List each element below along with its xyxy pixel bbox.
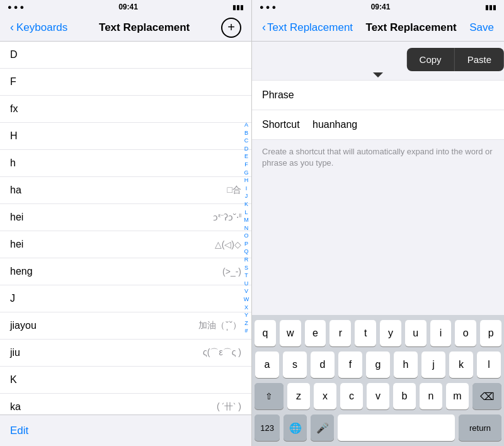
list-item[interactable]: h xyxy=(0,150,251,177)
alpha-letter[interactable]: J xyxy=(245,192,248,200)
key-w[interactable]: w xyxy=(280,320,301,346)
phrase-input[interactable] xyxy=(312,89,494,101)
phrase-label: Phrase xyxy=(262,89,312,101)
key-s[interactable]: s xyxy=(283,352,307,378)
globe-key[interactable]: 🌐 xyxy=(284,415,307,441)
alpha-letter[interactable]: X xyxy=(244,304,248,312)
key-z[interactable]: z xyxy=(287,383,310,409)
alpha-letter[interactable]: D xyxy=(244,145,249,153)
status-icons-left: ▮▮▮ xyxy=(232,4,244,11)
shortcut-row[interactable]: Shortcut xyxy=(252,110,504,139)
save-button[interactable]: Save xyxy=(469,21,494,34)
key-k[interactable]: k xyxy=(449,352,473,378)
alpha-letter[interactable]: F xyxy=(244,161,248,169)
alpha-letter[interactable]: W xyxy=(244,295,249,304)
alpha-letter[interactable]: K xyxy=(244,200,248,209)
list-item[interactable]: hei△(◁)◇ xyxy=(0,231,251,258)
list-item[interactable]: F xyxy=(0,69,251,96)
shortcut-label: Shortcut xyxy=(262,119,312,130)
list-item[interactable]: fx xyxy=(0,96,251,123)
add-button[interactable]: + xyxy=(221,18,241,38)
key-r[interactable]: r xyxy=(329,320,351,346)
list-item[interactable]: jiayou加油（˘̩̩˘） xyxy=(0,312,251,340)
alpha-letter[interactable]: B xyxy=(244,129,248,137)
space-key[interactable] xyxy=(338,415,455,441)
key-p[interactable]: p xyxy=(480,320,501,346)
key-n[interactable]: n xyxy=(420,383,442,409)
list-item[interactable]: D xyxy=(0,42,251,69)
chevron-left-icon: ‹ xyxy=(10,21,14,34)
alpha-letter[interactable]: C xyxy=(244,137,249,145)
shortcut-text: heng xyxy=(10,266,33,277)
keyboard-row-3: ⇧ z x c v b n m ⌫ xyxy=(255,383,501,409)
key-l[interactable]: l xyxy=(477,352,501,378)
back-text-replacement-button[interactable]: ‹ Text Replacement xyxy=(262,21,353,34)
key-b[interactable]: b xyxy=(393,383,416,409)
back-keyboards-button[interactable]: ‹ Keyboards xyxy=(10,21,67,34)
alpha-letter[interactable]: V xyxy=(244,287,248,295)
list-item[interactable]: ka( ˊ卄ˋ ) xyxy=(0,394,251,415)
alpha-letter[interactable]: Q xyxy=(244,248,248,256)
text-replacement-list: DFfxHhha□合heiɔᓫ⁻ʔɔ˘⋅ˡˡhei△(◁)◇heng(>_-)J… xyxy=(0,42,251,415)
key-g[interactable]: g xyxy=(366,352,390,378)
shortcut-text: D xyxy=(10,49,18,60)
shift-key[interactable]: ⇧ xyxy=(255,383,284,409)
key-t[interactable]: t xyxy=(355,320,376,346)
list-item[interactable]: heng(>_-) xyxy=(0,258,251,285)
list-item[interactable]: J xyxy=(0,285,251,312)
alpha-letter[interactable]: O xyxy=(244,232,248,240)
key-q[interactable]: q xyxy=(255,320,276,346)
microphone-key[interactable]: 🎤 xyxy=(311,415,334,441)
list-item[interactable]: H xyxy=(0,123,251,150)
key-c[interactable]: c xyxy=(340,383,363,409)
key-v[interactable]: v xyxy=(367,383,389,409)
alpha-letter[interactable]: T xyxy=(244,272,248,280)
copy-button[interactable]: Copy xyxy=(407,48,455,71)
key-e[interactable]: e xyxy=(305,320,326,346)
shortcut-text: H xyxy=(10,130,18,142)
alpha-letter[interactable]: E xyxy=(244,152,248,161)
alpha-letter[interactable]: P xyxy=(244,240,248,248)
alpha-letter[interactable]: U xyxy=(244,280,249,288)
alpha-letter[interactable]: N xyxy=(244,224,249,232)
key-i[interactable]: i xyxy=(430,320,452,346)
list-item[interactable]: jiuς(⌒ε⌒ς ) xyxy=(0,340,251,367)
shortcut-input[interactable] xyxy=(312,119,494,130)
alpha-letter[interactable]: # xyxy=(244,327,248,335)
delete-key[interactable]: ⌫ xyxy=(472,383,501,409)
key-m[interactable]: m xyxy=(446,383,469,409)
return-key[interactable]: return xyxy=(459,415,501,441)
alpha-letter[interactable]: Y xyxy=(244,311,248,319)
alpha-letter[interactable]: S xyxy=(244,264,248,272)
phrase-row[interactable]: Phrase xyxy=(252,81,504,110)
list-items-container: DFfxHhha□合heiɔᓫ⁻ʔɔ˘⋅ˡˡhei△(◁)◇heng(>_-)J… xyxy=(0,42,251,415)
list-item[interactable]: ha□合 xyxy=(0,177,251,204)
key-x[interactable]: x xyxy=(314,383,336,409)
list-item[interactable]: heiɔᓫ⁻ʔɔ˘⋅ˡˡ xyxy=(0,204,251,231)
phrase-text: ς(⌒ε⌒ς ) xyxy=(203,347,241,358)
key-u[interactable]: u xyxy=(405,320,427,346)
alpha-letter[interactable]: L xyxy=(244,209,248,217)
key-o[interactable]: o xyxy=(455,320,476,346)
list-item[interactable]: K xyxy=(0,367,251,394)
alpha-letter[interactable]: A xyxy=(244,121,248,129)
key-a[interactable]: a xyxy=(255,352,279,378)
alphabet-index[interactable]: ABCDEFGHIJKLMNOPQRSTUVWXYZ# xyxy=(241,42,251,415)
key-f[interactable]: f xyxy=(338,352,362,378)
alpha-letter[interactable]: M xyxy=(244,216,249,224)
alpha-letter[interactable]: G xyxy=(244,169,248,177)
alpha-letter[interactable]: H xyxy=(244,176,249,185)
key-y[interactable]: y xyxy=(380,320,401,346)
chevron-left-icon-right: ‹ xyxy=(262,21,266,34)
alpha-letter[interactable]: I xyxy=(246,185,248,193)
key-h[interactable]: h xyxy=(394,352,418,378)
numbers-key[interactable]: 123 xyxy=(255,415,280,441)
shortcut-text: hei xyxy=(10,239,23,250)
alpha-letter[interactable]: R xyxy=(244,256,249,264)
key-j[interactable]: j xyxy=(421,352,445,378)
edit-button[interactable]: Edit xyxy=(10,425,28,437)
alpha-letter[interactable]: Z xyxy=(244,319,248,328)
paste-button[interactable]: Paste xyxy=(455,48,504,71)
key-d[interactable]: d xyxy=(311,352,335,378)
context-menu: Copy Paste xyxy=(407,48,504,71)
